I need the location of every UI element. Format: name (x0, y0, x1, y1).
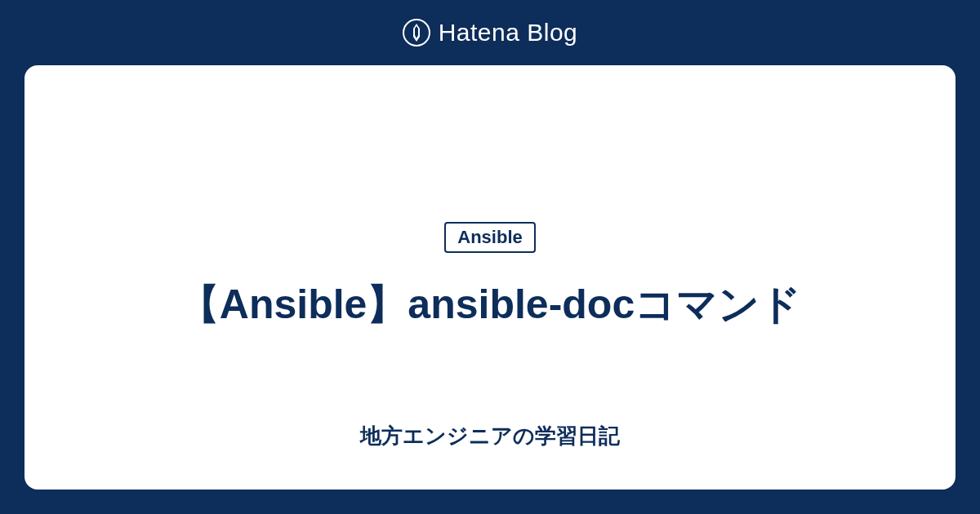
category-tag: Ansible (444, 222, 535, 253)
article-card: Ansible 【Ansible】ansible-docコマンド 地方エンジニア… (24, 65, 956, 490)
blog-name: 地方エンジニアの学習日記 (360, 422, 620, 450)
hatena-logo-icon (403, 19, 430, 47)
brand-header: Hatena Blog (403, 0, 578, 65)
article-title: 【Ansible】ansible-docコマンド (179, 276, 801, 333)
brand-name: Hatena Blog (439, 19, 578, 47)
